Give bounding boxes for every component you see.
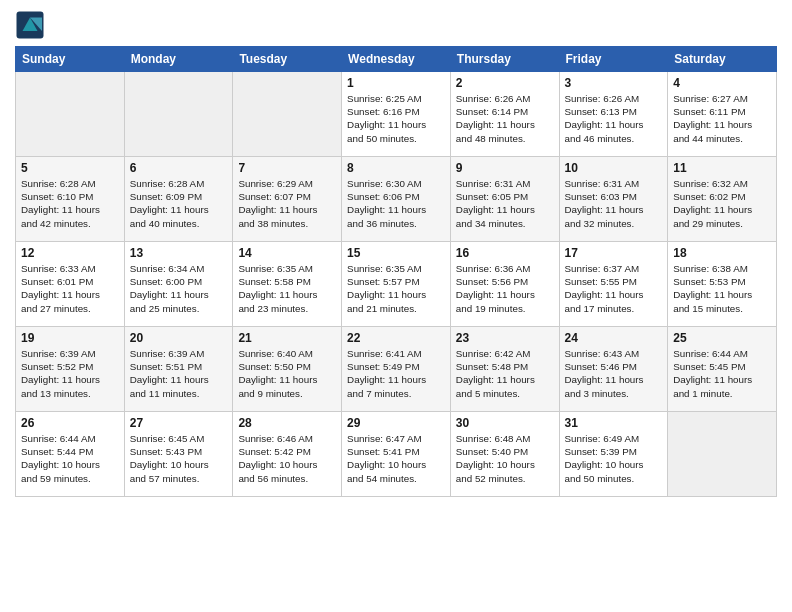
day-content: Sunrise: 6:40 AMSunset: 5:50 PMDaylight:… [238, 347, 336, 400]
day-cell: 26Sunrise: 6:44 AMSunset: 5:44 PMDayligh… [16, 412, 125, 497]
day-number: 31 [565, 416, 663, 430]
day-number: 21 [238, 331, 336, 345]
day-content: Sunrise: 6:38 AMSunset: 5:53 PMDaylight:… [673, 262, 771, 315]
day-content: Sunrise: 6:44 AMSunset: 5:44 PMDaylight:… [21, 432, 119, 485]
day-content: Sunrise: 6:26 AMSunset: 6:14 PMDaylight:… [456, 92, 554, 145]
day-cell: 30Sunrise: 6:48 AMSunset: 5:40 PMDayligh… [450, 412, 559, 497]
day-number: 11 [673, 161, 771, 175]
day-number: 14 [238, 246, 336, 260]
calendar-page: SundayMondayTuesdayWednesdayThursdayFrid… [0, 0, 792, 612]
day-content: Sunrise: 6:29 AMSunset: 6:07 PMDaylight:… [238, 177, 336, 230]
logo [15, 10, 49, 40]
day-cell: 19Sunrise: 6:39 AMSunset: 5:52 PMDayligh… [16, 327, 125, 412]
day-content: Sunrise: 6:28 AMSunset: 6:09 PMDaylight:… [130, 177, 228, 230]
header-cell-sunday: Sunday [16, 47, 125, 72]
day-number: 29 [347, 416, 445, 430]
day-cell [668, 412, 777, 497]
day-number: 2 [456, 76, 554, 90]
day-content: Sunrise: 6:37 AMSunset: 5:55 PMDaylight:… [565, 262, 663, 315]
day-number: 3 [565, 76, 663, 90]
day-cell: 22Sunrise: 6:41 AMSunset: 5:49 PMDayligh… [342, 327, 451, 412]
day-number: 6 [130, 161, 228, 175]
week-row-3: 12Sunrise: 6:33 AMSunset: 6:01 PMDayligh… [16, 242, 777, 327]
day-cell: 9Sunrise: 6:31 AMSunset: 6:05 PMDaylight… [450, 157, 559, 242]
day-content: Sunrise: 6:48 AMSunset: 5:40 PMDaylight:… [456, 432, 554, 485]
day-content: Sunrise: 6:34 AMSunset: 6:00 PMDaylight:… [130, 262, 228, 315]
day-content: Sunrise: 6:28 AMSunset: 6:10 PMDaylight:… [21, 177, 119, 230]
day-cell: 7Sunrise: 6:29 AMSunset: 6:07 PMDaylight… [233, 157, 342, 242]
day-number: 5 [21, 161, 119, 175]
day-cell: 13Sunrise: 6:34 AMSunset: 6:00 PMDayligh… [124, 242, 233, 327]
header-cell-friday: Friday [559, 47, 668, 72]
day-cell: 6Sunrise: 6:28 AMSunset: 6:09 PMDaylight… [124, 157, 233, 242]
header-cell-monday: Monday [124, 47, 233, 72]
header-cell-saturday: Saturday [668, 47, 777, 72]
day-cell: 23Sunrise: 6:42 AMSunset: 5:48 PMDayligh… [450, 327, 559, 412]
day-cell: 8Sunrise: 6:30 AMSunset: 6:06 PMDaylight… [342, 157, 451, 242]
day-number: 1 [347, 76, 445, 90]
day-content: Sunrise: 6:41 AMSunset: 5:49 PMDaylight:… [347, 347, 445, 400]
day-number: 18 [673, 246, 771, 260]
day-cell: 1Sunrise: 6:25 AMSunset: 6:16 PMDaylight… [342, 72, 451, 157]
day-content: Sunrise: 6:45 AMSunset: 5:43 PMDaylight:… [130, 432, 228, 485]
day-content: Sunrise: 6:35 AMSunset: 5:57 PMDaylight:… [347, 262, 445, 315]
day-cell: 18Sunrise: 6:38 AMSunset: 5:53 PMDayligh… [668, 242, 777, 327]
day-content: Sunrise: 6:39 AMSunset: 5:51 PMDaylight:… [130, 347, 228, 400]
day-cell: 14Sunrise: 6:35 AMSunset: 5:58 PMDayligh… [233, 242, 342, 327]
day-content: Sunrise: 6:35 AMSunset: 5:58 PMDaylight:… [238, 262, 336, 315]
day-content: Sunrise: 6:47 AMSunset: 5:41 PMDaylight:… [347, 432, 445, 485]
day-cell: 25Sunrise: 6:44 AMSunset: 5:45 PMDayligh… [668, 327, 777, 412]
week-row-2: 5Sunrise: 6:28 AMSunset: 6:10 PMDaylight… [16, 157, 777, 242]
day-cell [124, 72, 233, 157]
day-number: 23 [456, 331, 554, 345]
day-cell: 27Sunrise: 6:45 AMSunset: 5:43 PMDayligh… [124, 412, 233, 497]
day-cell: 28Sunrise: 6:46 AMSunset: 5:42 PMDayligh… [233, 412, 342, 497]
day-number: 7 [238, 161, 336, 175]
day-number: 16 [456, 246, 554, 260]
day-content: Sunrise: 6:44 AMSunset: 5:45 PMDaylight:… [673, 347, 771, 400]
day-number: 24 [565, 331, 663, 345]
week-row-1: 1Sunrise: 6:25 AMSunset: 6:16 PMDaylight… [16, 72, 777, 157]
day-number: 12 [21, 246, 119, 260]
day-number: 17 [565, 246, 663, 260]
day-cell: 31Sunrise: 6:49 AMSunset: 5:39 PMDayligh… [559, 412, 668, 497]
header-cell-tuesday: Tuesday [233, 47, 342, 72]
day-content: Sunrise: 6:26 AMSunset: 6:13 PMDaylight:… [565, 92, 663, 145]
day-number: 20 [130, 331, 228, 345]
day-cell: 3Sunrise: 6:26 AMSunset: 6:13 PMDaylight… [559, 72, 668, 157]
day-content: Sunrise: 6:32 AMSunset: 6:02 PMDaylight:… [673, 177, 771, 230]
day-number: 4 [673, 76, 771, 90]
day-cell: 15Sunrise: 6:35 AMSunset: 5:57 PMDayligh… [342, 242, 451, 327]
day-content: Sunrise: 6:39 AMSunset: 5:52 PMDaylight:… [21, 347, 119, 400]
day-number: 15 [347, 246, 445, 260]
day-cell: 12Sunrise: 6:33 AMSunset: 6:01 PMDayligh… [16, 242, 125, 327]
day-content: Sunrise: 6:31 AMSunset: 6:05 PMDaylight:… [456, 177, 554, 230]
day-content: Sunrise: 6:46 AMSunset: 5:42 PMDaylight:… [238, 432, 336, 485]
day-cell: 16Sunrise: 6:36 AMSunset: 5:56 PMDayligh… [450, 242, 559, 327]
day-cell [16, 72, 125, 157]
day-content: Sunrise: 6:31 AMSunset: 6:03 PMDaylight:… [565, 177, 663, 230]
day-cell: 21Sunrise: 6:40 AMSunset: 5:50 PMDayligh… [233, 327, 342, 412]
day-cell: 24Sunrise: 6:43 AMSunset: 5:46 PMDayligh… [559, 327, 668, 412]
header-cell-wednesday: Wednesday [342, 47, 451, 72]
day-number: 8 [347, 161, 445, 175]
day-cell: 29Sunrise: 6:47 AMSunset: 5:41 PMDayligh… [342, 412, 451, 497]
day-content: Sunrise: 6:30 AMSunset: 6:06 PMDaylight:… [347, 177, 445, 230]
day-number: 9 [456, 161, 554, 175]
day-cell: 20Sunrise: 6:39 AMSunset: 5:51 PMDayligh… [124, 327, 233, 412]
day-cell: 4Sunrise: 6:27 AMSunset: 6:11 PMDaylight… [668, 72, 777, 157]
day-number: 22 [347, 331, 445, 345]
day-content: Sunrise: 6:36 AMSunset: 5:56 PMDaylight:… [456, 262, 554, 315]
day-content: Sunrise: 6:25 AMSunset: 6:16 PMDaylight:… [347, 92, 445, 145]
day-content: Sunrise: 6:33 AMSunset: 6:01 PMDaylight:… [21, 262, 119, 315]
day-cell: 2Sunrise: 6:26 AMSunset: 6:14 PMDaylight… [450, 72, 559, 157]
day-number: 28 [238, 416, 336, 430]
day-cell: 5Sunrise: 6:28 AMSunset: 6:10 PMDaylight… [16, 157, 125, 242]
day-content: Sunrise: 6:43 AMSunset: 5:46 PMDaylight:… [565, 347, 663, 400]
day-content: Sunrise: 6:49 AMSunset: 5:39 PMDaylight:… [565, 432, 663, 485]
calendar-table: SundayMondayTuesdayWednesdayThursdayFrid… [15, 46, 777, 497]
day-number: 30 [456, 416, 554, 430]
day-cell: 11Sunrise: 6:32 AMSunset: 6:02 PMDayligh… [668, 157, 777, 242]
day-content: Sunrise: 6:42 AMSunset: 5:48 PMDaylight:… [456, 347, 554, 400]
day-number: 26 [21, 416, 119, 430]
